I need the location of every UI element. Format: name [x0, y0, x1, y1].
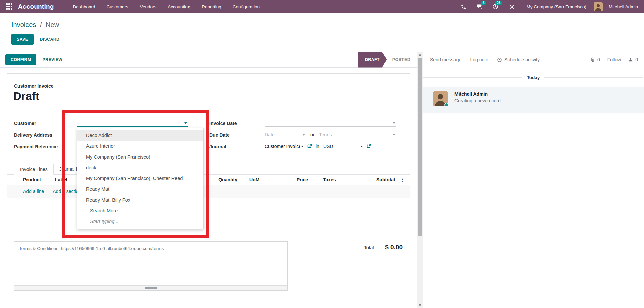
dropdown-item[interactable]: My Company (San Francisco), Chester Reed: [77, 173, 203, 184]
terms-text[interactable]: Terms & Conditions: https://11650969-15-…: [14, 242, 287, 285]
navbar-right: 5 26 My Company (San Francisco) Mitchell…: [457, 0, 638, 13]
dropdown-item[interactable]: Ready Mat, Billy Fox: [77, 194, 203, 205]
confirm-button[interactable]: CONFIRM: [5, 54, 36, 65]
due-date-terms-caret-icon[interactable]: [393, 134, 395, 136]
tab-invoice-lines[interactable]: Invoice Lines: [14, 164, 54, 175]
total-value: $ 0.00: [385, 244, 403, 251]
scrollbar-thumb[interactable]: [418, 58, 422, 236]
payment-reference-label: Payment Reference: [14, 144, 77, 151]
activities-clock-icon[interactable]: 26: [489, 0, 502, 13]
scroll-up-arrow-icon[interactable]: [417, 52, 423, 57]
invoice-title: Draft: [13, 90, 410, 103]
message-author[interactable]: Mitchell Admin: [454, 91, 504, 97]
customer-dropdown: Deco Addict Azure Interior My Company (S…: [77, 128, 204, 229]
chatter-message: Mitchell Admin Creating a new record...: [423, 87, 644, 113]
nav-menu-vendors[interactable]: Vendors: [136, 1, 161, 13]
breadcrumb-invoices[interactable]: Invoices: [11, 21, 36, 28]
top-navbar: Accounting Dashboard Customers Vendors A…: [0, 0, 644, 13]
messages-badge: 5: [481, 1, 486, 5]
terms-box[interactable]: Terms & Conditions: https://11650969-15-…: [14, 241, 288, 291]
followers-button[interactable]: 0: [628, 57, 638, 62]
user-avatar[interactable]: [594, 2, 603, 11]
due-date-terms-input[interactable]: Terms: [319, 131, 396, 138]
delivery-address-label: Delivery Address: [14, 132, 77, 140]
dropdown-item[interactable]: Deco Addict: [77, 130, 203, 141]
today-label: Today: [527, 75, 540, 80]
dropdown-item[interactable]: deck: [77, 162, 203, 173]
preview-button[interactable]: PREVIEW: [42, 57, 62, 62]
journal-external-link-icon[interactable]: [307, 144, 312, 150]
currency-caret-icon[interactable]: [360, 146, 363, 147]
user-menu[interactable]: Mitchell Admin: [609, 4, 638, 9]
document-type-label: Customer Invoice: [14, 83, 410, 89]
field-groups: Customer Delivery Address Payment Refere…: [14, 116, 403, 151]
attachments-button[interactable]: 0: [590, 57, 600, 62]
dropdown-item[interactable]: Ready Mat: [77, 184, 203, 194]
followers-count: 0: [635, 57, 638, 62]
breadcrumb-separator: /: [40, 21, 42, 28]
message-text: Creating a new record...: [454, 98, 504, 103]
messages-icon[interactable]: 5: [473, 0, 486, 13]
col-price[interactable]: Price: [271, 177, 308, 182]
discard-button[interactable]: DISCARD: [40, 37, 59, 42]
invoice-date-input[interactable]: [265, 119, 396, 127]
due-date-or: or: [310, 131, 314, 138]
nav-menu-configuration[interactable]: Configuration: [228, 1, 264, 13]
nav-menu-customers[interactable]: Customers: [102, 1, 133, 13]
currency-select[interactable]: USD: [323, 143, 364, 150]
col-taxes[interactable]: Taxes: [308, 177, 345, 182]
currency-external-link-icon[interactable]: [366, 144, 371, 150]
schedule-activity-button[interactable]: Schedule activity: [497, 57, 540, 62]
customer-input[interactable]: [77, 119, 188, 127]
column-options-kebab-icon[interactable]: ⋮: [395, 177, 410, 183]
due-date-date-caret-icon[interactable]: [302, 134, 305, 136]
attachments-count: 0: [597, 57, 600, 62]
apps-grid-icon[interactable]: [6, 3, 13, 10]
schedule-activity-label: Schedule activity: [504, 57, 540, 62]
statusbar-states: DRAFT POSTED: [358, 52, 412, 68]
save-button[interactable]: SAVE: [11, 34, 34, 45]
col-subtotal[interactable]: Subtotal: [345, 177, 395, 182]
chatter-header: Send message Log note Schedule activity …: [423, 52, 644, 68]
invoice-sheet: Customer Invoice Draft Customer Delivery…: [7, 73, 410, 308]
message-body: Mitchell Admin Creating a new record...: [454, 91, 504, 108]
start-typing-hint: Start typing...: [77, 216, 203, 227]
nav-menu-accounting[interactable]: Accounting: [163, 1, 195, 13]
form-view: CONFIRM PREVIEW DRAFT POSTED Customer In…: [0, 52, 417, 308]
totals: Total: $ 0.00: [341, 241, 403, 255]
journal-caret-icon[interactable]: [301, 146, 304, 147]
search-more-option[interactable]: Search More...: [77, 205, 203, 216]
debug-wrench-icon[interactable]: [505, 0, 518, 13]
invoice-lines-header: Product Label Quantity UoM Price Taxes S…: [7, 175, 410, 185]
odoo-accounting-app: Accounting Dashboard Customers Vendors A…: [0, 0, 644, 308]
invoice-lines-add-row: Add a line Add a section: [7, 185, 410, 198]
col-product[interactable]: Product: [23, 177, 55, 182]
terms-resize-handle[interactable]: [14, 285, 287, 290]
log-note-button[interactable]: Log note: [470, 57, 488, 62]
online-status-dot: [444, 103, 449, 107]
follow-button[interactable]: Follow: [607, 57, 621, 62]
voip-phone-icon[interactable]: [457, 0, 470, 13]
due-date-terms-placeholder: Terms: [319, 132, 337, 137]
due-date-date-input[interactable]: Date: [265, 131, 306, 138]
status-posted[interactable]: POSTED: [392, 57, 412, 62]
add-a-line-link[interactable]: Add a line: [23, 189, 44, 194]
journal-select[interactable]: Customer Invoice: [265, 143, 304, 150]
journal-label: Journal: [209, 144, 265, 151]
col-uom[interactable]: UoM: [237, 177, 271, 182]
nav-menu-reporting[interactable]: Reporting: [197, 1, 226, 13]
dropdown-item[interactable]: My Company (San Francisco): [77, 151, 203, 162]
scroll-down-arrow-icon[interactable]: [417, 303, 423, 308]
invoice-date-caret-icon[interactable]: [393, 122, 395, 124]
main-scrollbar[interactable]: [417, 52, 423, 308]
due-date-date-placeholder: Date: [265, 132, 280, 137]
customer-caret-icon[interactable]: [184, 122, 187, 124]
app-name[interactable]: Accounting: [18, 3, 54, 10]
company-switcher[interactable]: My Company (San Francisco): [526, 4, 586, 9]
dropdown-item[interactable]: Azure Interior: [77, 141, 203, 151]
send-message-button[interactable]: Send message: [430, 57, 461, 62]
sheet-bottom-zone: Terms & Conditions: https://11650969-15-…: [14, 241, 403, 291]
nav-menu-dashboard[interactable]: Dashboard: [69, 1, 100, 13]
nav-menus: Dashboard Customers Vendors Accounting R…: [69, 1, 264, 13]
chatter-panel: Send message Log note Schedule activity …: [423, 52, 644, 308]
